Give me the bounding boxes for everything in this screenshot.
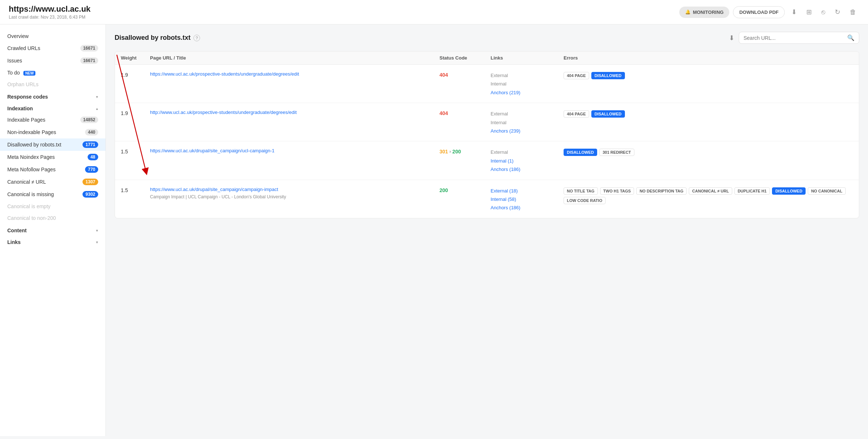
cell-url-1: https://www.ucl.ac.uk/prospective-studen…	[150, 70, 439, 78]
sidebar-todo-label: To do NEW	[7, 70, 35, 76]
indexable-pages-label: Indexable Pages	[7, 117, 45, 123]
sidebar-section-links[interactable]: Links ▾	[0, 236, 105, 247]
error-tag-disallowed-3: DISALLOWED	[564, 149, 597, 156]
main-header: Disallowed by robots.txt ? ⬇ 🔍	[115, 32, 859, 44]
cell-errors-3: DISALLOWED 301 REDIRECT	[564, 147, 853, 156]
cell-errors-2: 404 PAGE DISALLOWED	[564, 109, 853, 118]
internal-link-3[interactable]: Internal (1)	[491, 158, 514, 164]
download-pdf-button[interactable]: DOWNLOAD PDF	[733, 6, 785, 18]
search-icon: 🔍	[847, 34, 854, 41]
main-actions: ⬇ 🔍	[729, 32, 859, 44]
sidebar-item-todo[interactable]: To do NEW	[0, 67, 105, 79]
canonical-empty-label: Canonical is empty	[7, 203, 50, 209]
crawled-urls-count: 16671	[80, 45, 98, 51]
error-tag-two-h1: TWO H1 TAGS	[600, 187, 634, 195]
error-tag-disallowed-4: DISALLOWED	[772, 187, 806, 195]
page-title-4: Campaign Impact | UCL Campaign - UCL - L…	[150, 194, 439, 199]
canonical-missing-label: Canonical is missing	[7, 191, 54, 197]
table-row: 1.5 https://www.ucl.ac.uk/drupal/site_ca…	[115, 141, 859, 180]
sidebar-item-canonical-neq-url[interactable]: Canonical ≠ URL 1307	[0, 176, 105, 188]
sidebar-item-overview[interactable]: Overview	[0, 30, 105, 42]
col-header-status: Status Code	[439, 55, 491, 61]
sidebar-section-content[interactable]: Content ▾	[0, 224, 105, 236]
table-row: 1.5 https://www.ucl.ac.uk/drupal/site_ca…	[115, 180, 859, 218]
external-link-4[interactable]: External (18)	[491, 188, 518, 194]
sidebar-item-orphan-urls[interactable]: Orphan URLs	[0, 79, 105, 90]
sidebar-item-meta-nofollow[interactable]: Meta Nofollow Pages 770	[0, 163, 105, 176]
sidebar-item-canonical-empty[interactable]: Canonical is empty	[0, 201, 105, 212]
sidebar-section-indexation[interactable]: Indexation ▴	[0, 102, 105, 114]
sidebar-item-canonical-non200[interactable]: Canonical to non-200	[0, 212, 105, 224]
canonical-neq-url-label: Canonical ≠ URL	[7, 179, 46, 185]
error-tag-dup-h1: DUPLICATE H1	[734, 187, 770, 195]
cell-errors-1: 404 PAGE DISALLOWED	[564, 70, 853, 79]
anchors-link-4[interactable]: Anchors (186)	[491, 205, 521, 210]
non-indexable-count: 440	[85, 129, 98, 135]
sidebar-issues-label: Issues	[7, 58, 22, 64]
data-table: Weight Page URL / Title Status Code Link…	[115, 51, 859, 218]
error-tag-404-page-2: 404 PAGE	[564, 110, 589, 118]
sidebar-item-meta-noindex[interactable]: Meta Noindex Pages 48	[0, 151, 105, 163]
col-header-errors: Errors	[564, 55, 853, 61]
canonical-neq-count: 1307	[82, 179, 98, 185]
cell-status-3: 301 › 200	[439, 147, 491, 154]
col-header-weight: Weight	[121, 55, 150, 61]
cell-weight-1: 1.9	[121, 70, 150, 78]
external-links-3: External	[491, 148, 564, 156]
url-link-4[interactable]: https://www.ucl.ac.uk/drupal/site_campai…	[150, 187, 278, 192]
cell-links-1: External Internal Anchors (219)	[491, 70, 564, 97]
delete-icon-button[interactable]: 🗑	[847, 7, 859, 18]
bell-icon: 🔔	[685, 9, 691, 15]
refresh-icon-button[interactable]: ↻	[832, 7, 843, 18]
export-button[interactable]: ⬇	[729, 34, 734, 42]
sidebar-section-response-codes[interactable]: Response codes ▾	[0, 90, 105, 102]
non-indexable-pages-label: Non-indexable Pages	[7, 129, 56, 135]
sidebar-item-disallowed-robots[interactable]: Disallowed by robots.txt 1771	[0, 138, 105, 151]
sitemap-icon-button[interactable]: ⊞	[803, 7, 815, 18]
sidebar-overview-label: Overview	[7, 33, 28, 39]
monitoring-label: MONITORING	[693, 9, 723, 15]
external-links-2: External	[491, 110, 564, 118]
cell-url-3: https://www.ucl.ac.uk/drupal/site_campai…	[150, 147, 439, 154]
url-link-1[interactable]: https://www.ucl.ac.uk/prospective-studen…	[150, 71, 299, 77]
internal-links-1: Internal	[491, 80, 564, 88]
share-icon-button[interactable]: ⎋	[818, 7, 828, 18]
meta-noindex-label: Meta Noindex Pages	[7, 154, 55, 160]
cell-weight-2: 1.9	[121, 109, 150, 116]
help-icon[interactable]: ?	[193, 35, 200, 41]
url-link-3[interactable]: https://www.ucl.ac.uk/drupal/site_campai…	[150, 148, 274, 153]
sidebar-item-crawled-urls[interactable]: Crawled URLs 16671	[0, 42, 105, 54]
url-link-2[interactable]: http://www.ucl.ac.uk/prospective-student…	[150, 110, 297, 115]
site-title: https://www.ucl.ac.uk	[9, 4, 91, 14]
links-label: Links	[7, 239, 21, 245]
layout: Overview Crawled URLs 16671 Issues 16671…	[0, 24, 868, 436]
main-title-group: Disallowed by robots.txt ?	[115, 34, 200, 42]
sidebar-item-non-indexable-pages[interactable]: Non-indexable Pages 440	[0, 126, 105, 138]
sidebar-crawled-urls-label: Crawled URLs	[7, 45, 40, 51]
cell-weight-3: 1.5	[121, 147, 150, 154]
redirect-arrow-icon: ›	[449, 149, 451, 154]
chevron-up-icon: ▴	[96, 106, 98, 111]
header-left: https://www.ucl.ac.uk Last crawl date: N…	[9, 4, 91, 20]
search-box: 🔍	[739, 32, 859, 44]
sidebar-item-issues[interactable]: Issues 16671	[0, 54, 105, 67]
header: https://www.ucl.ac.uk Last crawl date: N…	[0, 0, 868, 24]
error-tag-canonical-neq: CANONICAL ≠ URL	[689, 187, 732, 195]
canonical-missing-count: 9302	[82, 191, 98, 198]
error-tag-no-title: NO TITLE TAG	[564, 187, 598, 195]
anchors-link-2[interactable]: Anchors (239)	[491, 128, 521, 134]
anchors-link-1[interactable]: Anchors (219)	[491, 90, 521, 95]
internal-link-4[interactable]: Internal (58)	[491, 196, 516, 202]
internal-links-2: Internal	[491, 118, 564, 127]
monitoring-button[interactable]: 🔔 MONITORING	[679, 7, 729, 18]
download-icon-button[interactable]: ⬇	[788, 7, 800, 18]
anchors-link-3[interactable]: Anchors (186)	[491, 167, 521, 172]
search-input[interactable]	[744, 35, 847, 41]
sidebar-item-indexable-pages[interactable]: Indexable Pages 14852	[0, 114, 105, 126]
page-title: Disallowed by robots.txt	[115, 34, 191, 42]
error-tag-low-code-ratio: LOW CODE RATIO	[564, 197, 606, 204]
chevron-down-icon-2: ▾	[96, 228, 98, 233]
error-tag-no-canonical: NO CANONICAL	[808, 187, 846, 195]
sidebar-item-canonical-missing[interactable]: Canonical is missing 9302	[0, 188, 105, 201]
status-redirect-3: 301 › 200	[439, 149, 491, 154]
